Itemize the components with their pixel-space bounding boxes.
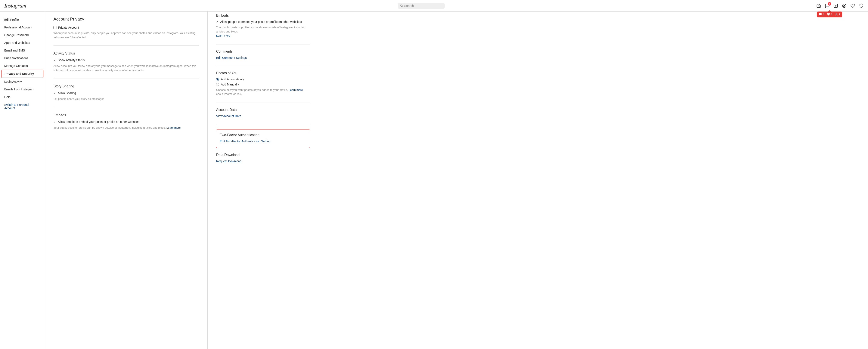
embeds-learn-more[interactable]: Learn more — [166, 126, 181, 129]
main-content: Account Privacy Private Account When you… — [45, 11, 207, 349]
panel-data-download-title: Data Download — [216, 153, 310, 157]
likes-icon[interactable] — [850, 3, 855, 8]
page-title: Account Privacy — [54, 17, 199, 22]
instagram-logo: Instagram — [4, 3, 26, 9]
panel-comments-title: Comments — [216, 50, 310, 54]
sidebar-item-professional-account[interactable]: Professional Account — [0, 24, 45, 31]
svg-point-0 — [401, 5, 402, 6]
activity-status-check-row: ✓ Show Activity Status — [54, 58, 199, 62]
private-account-row: Private Account — [54, 26, 199, 29]
section-embeds: Embeds ✓ Allow people to embed your post… — [54, 113, 199, 136]
notif-likes: 4 — [827, 13, 832, 16]
add-icon[interactable] — [833, 3, 838, 8]
story-sharing-label: Allow Sharing — [58, 91, 76, 95]
sidebar: Edit Profile Professional Account Change… — [0, 11, 45, 349]
photos-of-you-learn-more[interactable]: Learn more — [289, 88, 303, 92]
story-sharing-title: Story Sharing — [54, 85, 199, 88]
panel-section-two-factor: Two-Factor Authentication Edit Two-Facto… — [216, 129, 310, 148]
photos-of-you-desc: Choose how you want photos of you added … — [216, 88, 310, 96]
activity-status-desc: Allow accounts you follow and anyone you… — [54, 64, 199, 72]
sidebar-item-help[interactable]: Help — [0, 93, 45, 101]
add-manually-row: Add Manually — [216, 83, 310, 86]
sidebar-item-apps-and-websites[interactable]: Apps and Websites — [0, 39, 45, 46]
svg-point-2 — [836, 13, 837, 14]
profile-icon[interactable] — [859, 3, 864, 8]
sidebar-item-email-and-sms[interactable]: Email and SMS — [0, 46, 45, 54]
embeds-check-icon: ✓ — [54, 120, 56, 124]
sidebar-item-manage-contacts[interactable]: Manage Contacts — [0, 62, 45, 70]
svg-marker-7 — [843, 5, 845, 7]
messages-icon[interactable]: 1 4 4 — [825, 3, 830, 8]
add-automatically-radio[interactable] — [216, 78, 219, 81]
activity-check-icon: ✓ — [54, 58, 56, 62]
panel-embeds-check-icon: ✓ — [216, 20, 218, 24]
top-nav: Instagram 1 4 — [0, 0, 868, 11]
edit-two-factor-link[interactable]: Edit Two-Factor Authentication Setting — [220, 139, 306, 143]
right-panel: Embeds ✓ Allow people to embed your post… — [207, 11, 318, 349]
story-check-icon: ✓ — [54, 91, 56, 95]
sidebar-item-login-activity[interactable]: Login Activity — [0, 78, 45, 86]
embeds-check-row: ✓ Allow people to embed your posts or pr… — [54, 120, 199, 124]
story-sharing-desc: Let people share your story as messages — [54, 97, 199, 101]
notification-popup: 4 4 8 — [817, 11, 842, 17]
panel-section-account-data: Account Data View Account Data — [216, 108, 310, 124]
private-account-desc: When your account is private, only peopl… — [54, 31, 199, 39]
request-download-link[interactable]: Request Download — [216, 159, 310, 163]
activity-status-title: Activity Status — [54, 52, 199, 55]
embeds-desc: Your public posts or profile can be show… — [54, 126, 199, 130]
section-account-privacy: Private Account When your account is pri… — [54, 26, 199, 45]
panel-embeds-learn-more[interactable]: Learn more — [216, 34, 230, 37]
sidebar-item-edit-profile[interactable]: Edit Profile — [0, 16, 45, 24]
add-automatically-row: Add Automatically — [216, 77, 310, 81]
panel-photos-title: Photos of You — [216, 71, 310, 75]
add-manually-radio[interactable] — [216, 83, 219, 86]
nav-icons: 1 4 4 — [816, 3, 864, 8]
private-account-label: Private Account — [58, 26, 79, 29]
section-activity-status: Activity Status ✓ Show Activity Status A… — [54, 52, 199, 78]
notif-followers: 8 — [835, 13, 840, 16]
activity-status-label: Show Activity Status — [58, 58, 85, 62]
explore-icon[interactable] — [842, 3, 847, 8]
sidebar-item-privacy-and-security[interactable]: Privacy and Security — [1, 70, 43, 78]
notif-messages: 4 — [819, 13, 824, 16]
home-icon[interactable] — [816, 3, 821, 8]
panel-embeds-desc: Your public posts or profile can be show… — [216, 25, 310, 38]
panel-section-data-download: Data Download Request Download — [216, 153, 310, 169]
app-layout: Edit Profile Professional Account Change… — [0, 11, 868, 349]
svg-line-1 — [402, 6, 403, 7]
panel-section-photos-of-you: Photos of You Add Automatically Add Manu… — [216, 71, 310, 103]
search-input[interactable] — [404, 4, 442, 7]
panel-section-embeds: Embeds ✓ Allow people to embed your post… — [216, 14, 310, 44]
edit-comment-settings-link[interactable]: Edit Comment Settings — [216, 56, 310, 59]
story-sharing-check-row: ✓ Allow Sharing — [54, 91, 199, 95]
messages-badge: 1 — [828, 2, 831, 5]
section-story-sharing: Story Sharing ✓ Allow Sharing Let people… — [54, 85, 199, 107]
embeds-check-label: Allow people to embed your posts or prof… — [58, 120, 140, 124]
panel-embeds-check-label: Allow people to embed your posts or prof… — [220, 20, 302, 24]
embeds-title: Embeds — [54, 113, 199, 117]
sidebar-item-push-notifications[interactable]: Push Notifications — [0, 54, 45, 62]
view-account-data-link[interactable]: View Account Data — [216, 114, 310, 118]
panel-embeds-check-row: ✓ Allow people to embed your posts or pr… — [216, 20, 310, 24]
panel-two-factor-title: Two-Factor Authentication — [220, 133, 306, 137]
add-manually-label: Add Manually — [221, 83, 239, 86]
sidebar-item-switch-to-personal[interactable]: Switch to Personal Account — [0, 101, 45, 112]
search-bar — [398, 3, 445, 9]
add-automatically-label: Add Automatically — [221, 77, 245, 81]
panel-account-data-title: Account Data — [216, 108, 310, 112]
panel-section-comments: Comments Edit Comment Settings — [216, 50, 310, 66]
panel-embeds-title: Embeds — [216, 14, 310, 18]
sidebar-item-emails-from-instagram[interactable]: Emails from Instagram — [0, 86, 45, 93]
private-account-checkbox[interactable] — [54, 26, 57, 29]
search-icon — [400, 4, 403, 7]
sidebar-item-change-password[interactable]: Change Password — [0, 31, 45, 39]
